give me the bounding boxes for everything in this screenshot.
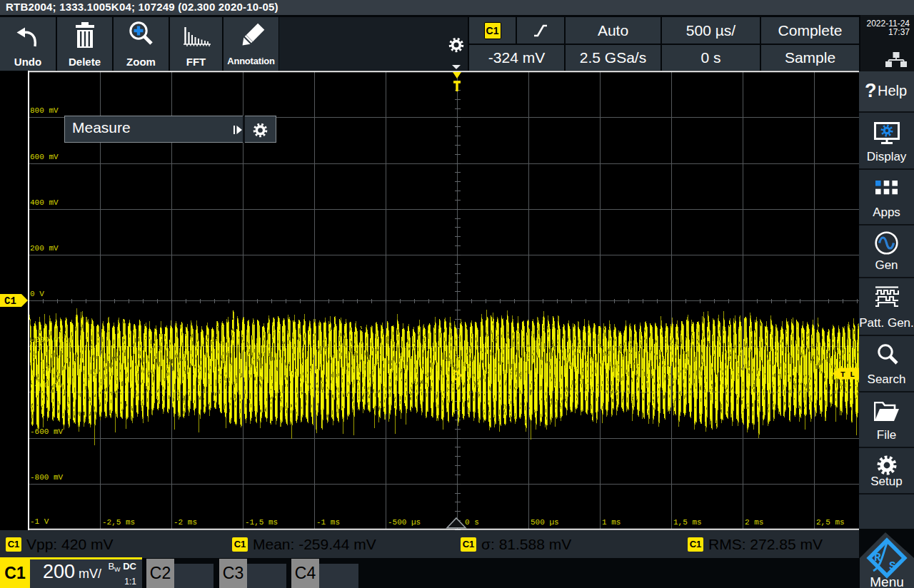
svg-text:1,5 ms: 1,5 ms bbox=[673, 518, 702, 527]
svg-text:400 mV: 400 mV bbox=[30, 198, 59, 207]
svg-text:C1: C1 bbox=[4, 295, 16, 307]
svg-text:S: S bbox=[889, 560, 896, 573]
svg-text:0 V: 0 V bbox=[30, 290, 44, 298]
svg-text:-1,5 ms: -1,5 ms bbox=[245, 518, 278, 527]
svg-text:-2 ms: -2 ms bbox=[174, 518, 197, 527]
svg-text:200 mV: 200 mV bbox=[30, 244, 59, 253]
svg-text:-2,5 ms: -2,5 ms bbox=[102, 518, 135, 527]
svg-text:-600 mV: -600 mV bbox=[30, 427, 64, 436]
svg-text:R: R bbox=[874, 552, 881, 564]
svg-text:2,5 ms: 2,5 ms bbox=[816, 518, 845, 527]
svg-text:1 ms: 1 ms bbox=[602, 518, 621, 527]
svg-text:T L: T L bbox=[840, 370, 855, 379]
svg-text:-1 ms: -1 ms bbox=[316, 518, 340, 527]
svg-text:-800 mV: -800 mV bbox=[30, 473, 64, 482]
svg-text:0 s: 0 s bbox=[465, 518, 479, 527]
svg-text:800 mV: 800 mV bbox=[30, 106, 59, 115]
svg-text:-500 µs: -500 µs bbox=[388, 518, 421, 527]
svg-text:600 mV: 600 mV bbox=[30, 153, 59, 161]
svg-text:-1 V: -1 V bbox=[30, 517, 49, 526]
svg-text:2 ms: 2 ms bbox=[745, 518, 763, 527]
svg-text:500 µs: 500 µs bbox=[531, 518, 559, 527]
